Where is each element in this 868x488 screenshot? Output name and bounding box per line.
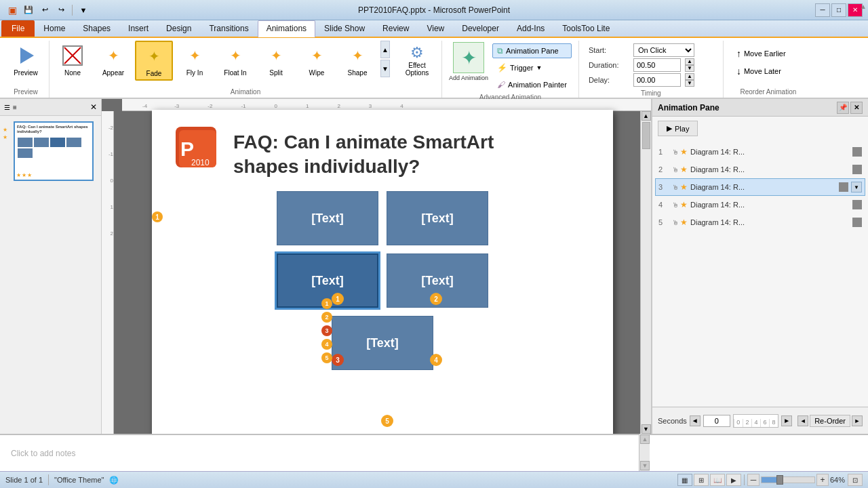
timeline-left-button[interactable]: ◄ xyxy=(690,415,701,426)
animation-painter-button[interactable]: 🖌 Animation Painter xyxy=(492,77,572,92)
notes-scrollbar[interactable]: ▲ ▼ xyxy=(639,434,650,471)
anim-pane-close-button[interactable]: ✕ xyxy=(850,102,863,114)
reorder-left-btn[interactable]: ◄ xyxy=(797,415,808,426)
tab-view[interactable]: View xyxy=(418,20,453,37)
panel-close-button[interactable]: ✕ xyxy=(90,102,97,112)
reorder-right-btn[interactable]: ► xyxy=(852,415,863,426)
tab-developer[interactable]: Developer xyxy=(453,20,508,37)
timeline-value-input[interactable] xyxy=(703,415,730,427)
anim-fade-button[interactable]: ✦ Fade xyxy=(135,41,173,81)
fit-window-button[interactable]: ⊡ xyxy=(848,474,863,486)
anim-shape-button[interactable]: ✦ Shape xyxy=(338,41,376,79)
slide-canvas[interactable]: P 2010 FAQ: Can I animate SmartArt shape… xyxy=(152,110,613,434)
tab-transitions[interactable]: Transitions xyxy=(200,20,257,37)
duration-up[interactable]: ▲ xyxy=(685,58,694,65)
ribbon-group-animation: None ✦ Appear ✦ Fade ✦ Fly In ✦ Float In xyxy=(50,41,442,98)
anim-split-button[interactable]: ✦ Split xyxy=(257,41,295,79)
redo-icon[interactable]: ↪ xyxy=(54,3,68,17)
anim-item-end-box xyxy=(852,147,862,157)
tab-insert[interactable]: Insert xyxy=(119,20,157,37)
minimize-button[interactable]: ─ xyxy=(815,3,830,17)
anim-split-icon: ✦ xyxy=(264,43,288,68)
normal-view-button[interactable]: ▦ xyxy=(677,474,692,486)
anim-pane-pin-button[interactable]: 📌 xyxy=(837,102,849,114)
zoom-in-button[interactable]: + xyxy=(816,474,829,486)
outline-tab[interactable]: ≡ xyxy=(13,104,17,111)
delay-down[interactable]: ▼ xyxy=(685,80,694,87)
language-icon[interactable]: 🌐 xyxy=(109,476,119,485)
delay-label: Delay: xyxy=(589,76,629,84)
notes-scroll-down[interactable]: ▼ xyxy=(640,461,650,470)
move-earlier-button[interactable]: ↑ Move Earlier xyxy=(733,46,804,61)
anim-list-item-3[interactable]: 3 🖱 ★ Diagram 14: R... ▼ xyxy=(655,178,865,196)
add-animation-button[interactable]: ✦ xyxy=(453,42,484,73)
anim-item-dropdown-3[interactable]: ▼ xyxy=(851,182,862,192)
animation-items: None ✦ Appear ✦ Fade ✦ Fly In ✦ Float In xyxy=(54,41,437,88)
thumb-anim-stars: ★ ★ ★ xyxy=(16,172,32,178)
preview-button[interactable]: Preview xyxy=(7,41,45,79)
play-button[interactable]: ▶ Play xyxy=(658,121,698,136)
anim-scroll-down[interactable]: ▼ xyxy=(380,60,390,77)
slides-tab[interactable]: ☰ xyxy=(4,104,10,111)
anim-list-item-1[interactable]: 1 🖱 ★ Diagram 14: R... xyxy=(655,143,865,161)
anim-list-item-2[interactable]: 2 🖱 ★ Diagram 14: R... xyxy=(655,161,865,178)
reorder-button[interactable]: Re-Order xyxy=(810,415,850,427)
move-later-button[interactable]: ↓ Move Later xyxy=(733,64,804,79)
zoom-out-button[interactable]: ─ xyxy=(747,474,760,486)
timeline-right-button[interactable]: ► xyxy=(781,415,792,426)
customize-icon[interactable]: ▼ xyxy=(77,3,90,17)
anim-list-item-4[interactable]: 4 🖱 ★ Diagram 14: R... xyxy=(655,196,865,214)
save-icon[interactable]: 💾 xyxy=(22,3,35,17)
ribbon-collapse-button[interactable]: ▲ xyxy=(860,3,867,10)
undo-icon[interactable]: ↩ xyxy=(38,3,52,17)
slide-sorter-button[interactable]: ⊞ xyxy=(694,474,709,486)
anim-none-button[interactable]: None xyxy=(54,41,92,79)
maximize-button[interactable]: □ xyxy=(831,3,846,17)
smartart-cell-1[interactable]: [Text] xyxy=(277,191,378,245)
ln-3: 3 xyxy=(321,325,332,336)
effect-options-button[interactable]: ⚙ EffectOptions xyxy=(397,41,437,80)
anim-wipe-button[interactable]: ✦ Wipe xyxy=(298,41,336,79)
anim-floatin-button[interactable]: ✦ Float In xyxy=(216,41,254,79)
tab-addins[interactable]: Add-Ins xyxy=(508,20,553,37)
anim-appear-button[interactable]: ✦ Appear xyxy=(94,41,132,79)
tab-shapes[interactable]: Shapes xyxy=(74,20,119,37)
slide-thumbnail-1[interactable]: FAQ: Can I animate SmartArt shapes indiv… xyxy=(14,121,94,181)
window-controls[interactable]: ─ □ ✕ xyxy=(815,3,863,17)
anim-flyin-button[interactable]: ✦ Fly In xyxy=(176,41,214,79)
delay-input[interactable]: 00.00 xyxy=(633,73,681,87)
notes-area[interactable]: Click to add notes ▲ ▼ xyxy=(0,434,868,471)
anim-list-item-5[interactable]: 5 🖱 ★ Diagram 14: R... xyxy=(655,214,865,231)
smartart-cell-2[interactable]: [Text] xyxy=(387,191,488,245)
zoom-slider[interactable] xyxy=(761,476,815,483)
tab-review[interactable]: Review xyxy=(374,20,418,37)
tab-file[interactable]: File xyxy=(1,20,35,37)
anim-scroll-up[interactable]: ▲ xyxy=(380,41,390,58)
start-select[interactable]: On Click xyxy=(633,43,694,57)
smartart-cell-5[interactable]: [Text] xyxy=(332,316,433,370)
tab-design[interactable]: Design xyxy=(157,20,200,37)
tab-toolstoo[interactable]: ToolsToo Lite xyxy=(553,20,618,37)
scroll-thumb[interactable] xyxy=(642,122,650,149)
ruler-v-mark: 0 xyxy=(111,178,113,184)
scroll-up-button[interactable]: ▲ xyxy=(642,111,651,121)
canvas-scrollbar-v[interactable]: ▲ ▼ xyxy=(640,111,651,434)
window-title: PPT2010FAQ.pptx - Microsoft PowerPoint xyxy=(358,5,510,15)
scroll-down-button[interactable]: ▼ xyxy=(642,424,651,434)
zoom-thumb[interactable] xyxy=(776,475,783,485)
animation-scroll[interactable]: ▲ ▼ xyxy=(379,41,391,77)
star-icon: ★ xyxy=(16,172,21,178)
tab-home[interactable]: Home xyxy=(35,20,74,37)
animation-pane-button[interactable]: ⧉ Animation Pane xyxy=(492,43,572,58)
duration-down[interactable]: ▼ xyxy=(685,65,694,72)
duration-input[interactable]: 00.50 xyxy=(633,58,681,72)
timeline-scale: 0 2 4 6 8 xyxy=(733,414,778,428)
quick-access-toolbar[interactable]: ▣ 💾 ↩ ↪ ▼ xyxy=(5,3,90,17)
notes-scroll-up[interactable]: ▲ xyxy=(640,434,650,444)
delay-up[interactable]: ▲ xyxy=(685,73,694,80)
tab-slideshow[interactable]: Slide Show xyxy=(315,20,374,37)
reading-view-button[interactable]: 📖 xyxy=(710,474,725,486)
trigger-button[interactable]: ⚡ Trigger ▼ xyxy=(492,60,572,75)
tab-animations[interactable]: Animations xyxy=(258,20,315,37)
slideshow-button[interactable]: ▶ xyxy=(726,474,741,486)
